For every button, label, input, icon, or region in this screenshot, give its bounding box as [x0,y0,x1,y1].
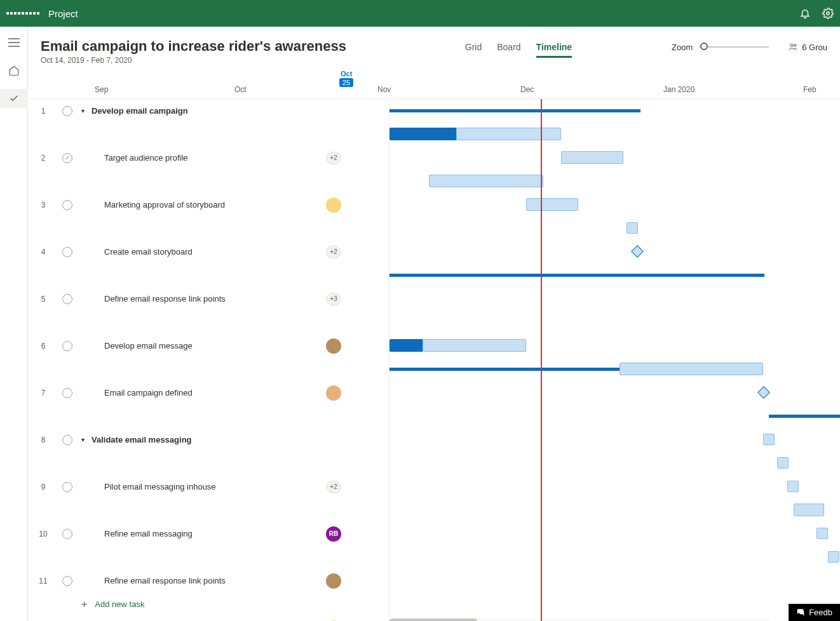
task-assignee[interactable]: RB [318,526,349,542]
row-number: 3 [28,201,58,210]
project-title: Email campaign to increase rider's aware… [41,38,346,55]
people-icon [788,42,798,52]
task-name[interactable]: Pilot email messaging inhouse [89,482,318,491]
rail-home-icon[interactable] [0,61,28,80]
task-bar[interactable] [429,175,543,187]
app-launcher-icon[interactable] [6,12,39,15]
task-assignee[interactable] [318,385,349,401]
group-label: 6 Grou [802,43,827,52]
task-assignee[interactable] [318,197,349,213]
month-label: Nov [377,85,391,94]
task-name[interactable]: Refine email response link points [89,576,318,585]
task-assignee[interactable]: +2 [318,152,349,164]
task-name[interactable]: Define email response link points [89,294,318,304]
tab-board[interactable]: Board [497,42,520,58]
task-name[interactable]: Marketing approval of storyboard [89,200,318,210]
row-number: 8 [28,436,58,444]
task-assignee[interactable] [318,338,349,354]
task-name[interactable]: Create email storyboard [89,247,318,257]
task-status-circle[interactable]: ✓ [58,153,76,163]
svg-point-4 [790,44,793,46]
project-date-range: Oct 14, 2019 - Feb 7, 2020 [41,56,346,65]
feedback-icon [796,608,805,617]
task-bar[interactable] [794,504,824,516]
task-bar[interactable] [526,198,578,211]
expand-toggle[interactable]: ▾ [76,436,89,443]
app-topbar: Project [0,0,840,27]
rail-menu-icon[interactable] [0,33,28,52]
main: Email campaign to increase rider's aware… [28,27,840,621]
row-number: 4 [28,248,58,257]
task-bar[interactable] [627,222,638,234]
task-status-circle[interactable] [58,482,76,492]
task-bar[interactable] [816,528,828,539]
task-bar[interactable] [620,363,763,375]
milestone-marker[interactable] [631,245,644,258]
row-number: 10 [28,530,58,538]
task-bar[interactable] [777,457,789,469]
summary-bar[interactable] [390,368,620,371]
assignee-count-badge: +3 [326,293,341,305]
summary-bar[interactable] [390,274,764,277]
svg-point-5 [794,44,796,46]
task-bar[interactable] [423,339,526,352]
tab-grid[interactable]: Grid [465,42,482,58]
app-name: Project [48,8,78,19]
feedback-label: Feedb [809,608,832,617]
summary-bar[interactable] [390,109,640,112]
task-progress-bar [390,128,456,140]
assignee-avatar [326,338,341,354]
task-status-circle[interactable] [58,106,76,116]
assignee-count-badge: +2 [326,481,341,493]
task-status-circle[interactable] [58,388,76,398]
add-task-label: Add new task [95,599,144,609]
row-number: 1 [28,107,58,116]
task-grid: 1▾Develop email campaign2✓Target audienc… [28,99,840,621]
task-status-circle[interactable] [58,576,76,586]
task-bar[interactable] [456,128,561,140]
horizontal-scrollbar[interactable] [389,618,770,621]
task-status-circle[interactable] [58,435,76,445]
task-bar[interactable] [561,151,623,164]
task-status-circle[interactable] [58,247,76,257]
assignee-count-badge: +2 [326,152,341,164]
group-members-button[interactable]: 6 Grou [788,42,827,52]
month-label: Jan 2020 [663,85,694,94]
task-name[interactable]: Email campaign defined [89,388,318,397]
expand-toggle[interactable]: ▾ [76,107,89,114]
rail-check-icon[interactable] [0,89,28,108]
zoom-control[interactable]: Zoom [672,43,769,52]
task-assignee[interactable]: +2 [318,246,349,258]
task-bar[interactable] [763,434,775,445]
task-status-circle[interactable] [58,294,76,304]
row-number: 7 [28,389,58,397]
task-bar[interactable] [787,481,799,492]
settings-icon[interactable] [822,8,834,19]
task-status-circle[interactable] [58,529,76,539]
task-name[interactable]: Target audience profile [89,153,318,163]
task-name[interactable]: Develop email message [89,341,318,351]
task-assignee[interactable] [318,573,349,589]
task-name[interactable]: Validate email messaging [89,435,318,444]
month-label: Feb [803,85,816,94]
task-assignee[interactable]: +2 [318,481,349,493]
task-status-circle[interactable] [58,341,76,351]
add-task-button[interactable]: +Add new task [28,592,144,616]
summary-bar[interactable] [769,415,840,418]
feedback-button[interactable]: Feedb [789,604,840,621]
plus-icon: + [81,599,87,610]
row-number: 5 [28,295,58,304]
assignee-avatar [326,197,341,213]
tab-timeline[interactable]: Timeline [536,42,572,58]
task-name[interactable]: Develop email campaign [89,106,318,116]
month-label: Dec [520,85,534,94]
notifications-icon[interactable] [799,8,811,19]
task-status-circle[interactable] [58,200,76,210]
task-bar[interactable] [828,551,839,563]
row-number: 9 [28,483,58,491]
zoom-slider[interactable] [699,46,769,48]
milestone-marker[interactable] [757,386,770,399]
task-name[interactable]: Refine email messaging [89,529,318,538]
task-assignee[interactable]: +3 [318,293,349,305]
svg-point-0 [827,12,830,15]
